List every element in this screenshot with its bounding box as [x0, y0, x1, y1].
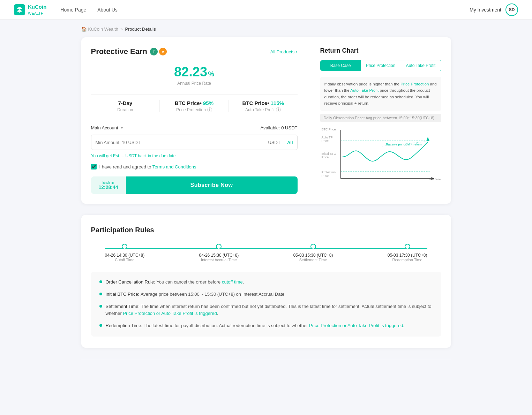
apr-value: 82.23%	[91, 65, 298, 80]
timeline-label-redemption: Redemption Time	[392, 258, 422, 262]
timeline-label-settlement: Settlement Time	[299, 258, 327, 262]
logo-icon	[14, 4, 25, 15]
stat-duration: 7-Day Duration	[91, 100, 160, 112]
tab-auto-take-profit[interactable]: Auto Take Profit	[401, 60, 441, 71]
timeline-date-redemption: 05-03 17:30 (UTC+8)	[388, 253, 427, 258]
est-return: You will get Est. -- USDT back in the du…	[91, 153, 298, 158]
rule-text-settlement: Settlement Time: The time when interest …	[106, 303, 433, 318]
nav-right: My Investment SD	[470, 3, 518, 16]
rule-dot	[99, 293, 102, 295]
rule-text-cancellation: Order Cancellation Rule: You can cancel …	[106, 279, 433, 286]
svg-text:Price: Price	[321, 156, 329, 159]
apr-label: Annual Price Rate	[91, 81, 298, 86]
product-header: Protective Earn T o All Products ›	[91, 47, 298, 56]
apr-pct: %	[208, 70, 214, 78]
logo-text: KuCoinWEALTH	[28, 4, 46, 16]
terms-link[interactable]: Terms and Conditions	[152, 164, 196, 169]
logo[interactable]: KuCoinWEALTH	[14, 4, 46, 16]
timeline-label-cutoff: Cutoff Time	[115, 258, 134, 262]
nav-link-home[interactable]: Home Page	[60, 7, 86, 13]
tab-base-case[interactable]: Base Case	[321, 60, 361, 71]
account-label: Main Account	[91, 125, 118, 130]
product-title-text: Protective Earn	[91, 47, 147, 56]
chart-area: BTC Price Auto TP Price Initial BTC Pric…	[320, 126, 441, 182]
stat-auto-tp: BTC Price•115% Auto Take Profit i	[229, 100, 298, 112]
tab-price-protection[interactable]: Price Protection	[361, 60, 401, 71]
timeline-date-accrual: 04-26 15:30 (UTC+8)	[199, 253, 239, 258]
stat-duration-label: Duration	[91, 107, 160, 112]
breadcrumb-home[interactable]: 🏠 KuCoin Wealth	[81, 27, 118, 32]
chart-description: If daily observation price is higher tha…	[320, 77, 441, 111]
svg-text:Initial BTC: Initial BTC	[321, 152, 336, 156]
svg-text:Price: Price	[321, 174, 329, 178]
rule-dot	[99, 305, 102, 308]
available-balance: Available: 0 USDT	[261, 125, 298, 130]
rule-item-initial-price: Initial BTC Price: Average price between…	[99, 291, 433, 298]
info-icon-pp[interactable]: i	[207, 107, 212, 112]
available-value: 0 USDT	[281, 125, 297, 130]
token-badge-o: o	[159, 48, 167, 55]
apr-number: 82.23	[174, 65, 207, 80]
token-badge-t: T	[150, 48, 158, 55]
rule-item-settlement: Settlement Time: The time when interest …	[99, 303, 433, 318]
rule-item-cancellation: Order Cancellation Rule: You can cancel …	[99, 279, 433, 286]
stat-pp-label-text: Price Protection	[176, 107, 206, 112]
info-icon-atp[interactable]: i	[276, 107, 281, 112]
breadcrumb-current: Product Details	[125, 27, 156, 32]
account-select[interactable]: Main Account ▼	[91, 125, 124, 130]
input-all-button[interactable]: All	[287, 140, 293, 145]
chart-tabs: Base Case Price Protection Auto Take Pro…	[320, 60, 441, 71]
timeline-dot-settlement	[310, 244, 316, 249]
stat-atp-label: Auto Take Profit i	[229, 107, 298, 112]
timeline-line	[105, 248, 427, 249]
rule-item-redemption: Redemption Time: The latest time for pay…	[99, 322, 433, 330]
rules-box: Order Cancellation Rule: You can cancel …	[91, 272, 441, 337]
timeline-item-cutoff: 04-26 14:30 (UTC+8) Cutoff Time	[105, 244, 145, 262]
chevron-right-icon: ›	[296, 49, 297, 54]
subscribe-button[interactable]: Subscribe Now	[126, 176, 298, 194]
chart-desc-text: If daily observation price is higher tha…	[324, 82, 437, 105]
timeline: 04-26 14:30 (UTC+8) Cutoff Time 04-26 15…	[91, 244, 441, 262]
ends-in-label: Ends in	[103, 181, 114, 184]
checkbox-row: I have read and agreed to Terms and Cond…	[91, 164, 298, 169]
obs-price-note: Daily Observation Price: Avg price betwe…	[320, 114, 441, 122]
my-investment-link[interactable]: My Investment	[470, 7, 501, 13]
participation-section: Participation Rules 04-26 14:30 (UTC+8) …	[81, 215, 451, 348]
rule-text-initial-price: Initial BTC Price: Average price between…	[106, 291, 433, 298]
home-icon: 🏠	[81, 27, 87, 32]
stat-duration-value: 7-Day	[91, 100, 160, 106]
stat-atp-value: BTC Price•115%	[229, 100, 298, 106]
nav-link-about[interactable]: About Us	[97, 7, 118, 13]
breadcrumb: 🏠 KuCoin Wealth > Product Details	[81, 20, 451, 37]
timeline-label-accrual: Interest Accrual Time	[201, 258, 237, 262]
participation-title: Participation Rules	[91, 226, 441, 234]
amount-input[interactable]	[96, 140, 268, 145]
footer-divider	[81, 359, 451, 359]
svg-text:Auto TP: Auto TP	[321, 136, 332, 139]
stat-pp-label: Price Protection i	[160, 107, 228, 112]
timeline-dot-accrual	[216, 244, 222, 249]
rule-text-redemption: Redemption Time: The latest time for pay…	[106, 322, 433, 330]
product-left: Protective Earn T o All Products › 82.23…	[91, 47, 298, 194]
terms-checkbox[interactable]	[91, 164, 97, 169]
available-label: Available:	[261, 125, 280, 130]
est-prefix: You will get Est.	[91, 153, 120, 158]
amount-input-row: USDT All	[91, 135, 298, 150]
token-badges: T o	[150, 48, 167, 55]
navbar: KuCoinWEALTH Home Page About Us My Inves…	[0, 0, 532, 20]
subscribe-btn-wrapper: Ends in 12:28:44 Subscribe Now	[91, 176, 298, 194]
avatar[interactable]: SD	[505, 3, 518, 16]
return-chart-title: Return Chart	[320, 47, 441, 54]
return-chart-section: Return Chart Base Case Price Protection …	[309, 47, 441, 194]
rule-dot	[99, 280, 102, 283]
stat-pp-value: BTC Price•95%	[160, 100, 228, 106]
all-products-link[interactable]: All Products ›	[270, 49, 298, 54]
rule-dot	[99, 324, 102, 327]
svg-text:Price: Price	[321, 139, 329, 143]
breadcrumb-separator: >	[120, 27, 123, 32]
ends-in-section: Ends in 12:28:44	[91, 176, 126, 194]
stat-atp-label-text: Auto Take Profit	[245, 107, 275, 112]
timeline-item-settlement: 05-03 15:30 (UTC+8) Settlement Time	[293, 244, 333, 262]
stat-price-protection: BTC Price•95% Price Protection i	[160, 100, 229, 112]
product-title: Protective Earn T o	[91, 47, 167, 56]
